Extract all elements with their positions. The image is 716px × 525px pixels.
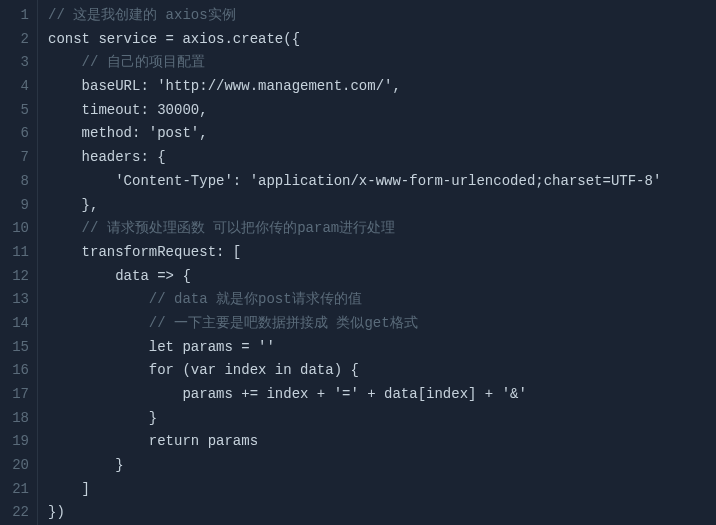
line-number: 10 bbox=[12, 217, 29, 241]
line-number: 22 bbox=[12, 501, 29, 525]
line-number: 7 bbox=[12, 146, 29, 170]
code-line: baseURL: 'http://www.management.com/', bbox=[48, 75, 706, 99]
line-number: 3 bbox=[12, 51, 29, 75]
code-line: // 自己的项目配置 bbox=[48, 51, 706, 75]
code-line: ] bbox=[48, 478, 706, 502]
code-line: 'Content-Type': 'application/x-www-form-… bbox=[48, 170, 706, 194]
line-number: 18 bbox=[12, 407, 29, 431]
code-line: let params = '' bbox=[48, 336, 706, 360]
code-line: timeout: 30000, bbox=[48, 99, 706, 123]
line-number: 6 bbox=[12, 122, 29, 146]
code-line: }, bbox=[48, 194, 706, 218]
line-number: 17 bbox=[12, 383, 29, 407]
code-line: transformRequest: [ bbox=[48, 241, 706, 265]
code-line: method: 'post', bbox=[48, 122, 706, 146]
code-line: for (var index in data) { bbox=[48, 359, 706, 383]
line-number: 12 bbox=[12, 265, 29, 289]
line-number: 5 bbox=[12, 99, 29, 123]
code-line: } bbox=[48, 454, 706, 478]
code-line: }) bbox=[48, 501, 706, 525]
line-number: 8 bbox=[12, 170, 29, 194]
code-line: // 请求预处理函数 可以把你传的param进行处理 bbox=[48, 217, 706, 241]
code-content: // 这是我创建的 axios实例const service = axios.c… bbox=[38, 0, 716, 525]
code-line: // data 就是你post请求传的值 bbox=[48, 288, 706, 312]
line-number: 1 bbox=[12, 4, 29, 28]
line-number: 16 bbox=[12, 359, 29, 383]
code-line: // 这是我创建的 axios实例 bbox=[48, 4, 706, 28]
code-line: return params bbox=[48, 430, 706, 454]
line-number: 19 bbox=[12, 430, 29, 454]
line-number: 9 bbox=[12, 194, 29, 218]
line-number: 14 bbox=[12, 312, 29, 336]
line-number: 11 bbox=[12, 241, 29, 265]
code-line: headers: { bbox=[48, 146, 706, 170]
line-number: 21 bbox=[12, 478, 29, 502]
code-line: } bbox=[48, 407, 706, 431]
code-line: params += index + '=' + data[index] + '&… bbox=[48, 383, 706, 407]
line-number: 15 bbox=[12, 336, 29, 360]
line-number: 2 bbox=[12, 28, 29, 52]
code-line: const service = axios.create({ bbox=[48, 28, 706, 52]
line-number: 4 bbox=[12, 75, 29, 99]
line-number: 20 bbox=[12, 454, 29, 478]
code-line: data => { bbox=[48, 265, 706, 289]
code-editor: 12345678910111213141516171819202122 // 这… bbox=[0, 0, 716, 525]
line-number: 13 bbox=[12, 288, 29, 312]
line-number-gutter: 12345678910111213141516171819202122 bbox=[0, 0, 38, 525]
code-line: // 一下主要是吧数据拼接成 类似get格式 bbox=[48, 312, 706, 336]
